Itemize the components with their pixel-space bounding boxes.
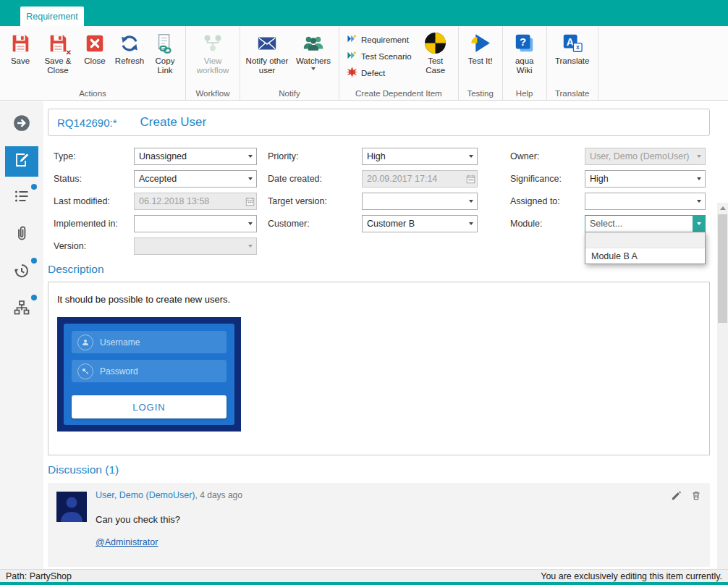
dropdown-arrow-icon xyxy=(465,148,477,164)
date-created-field[interactable]: 20.09.2017 17:14 xyxy=(362,170,478,188)
customer-dropdown[interactable]: Customer B xyxy=(362,215,478,232)
sidebar-traceability-tab[interactable] xyxy=(5,294,38,324)
priority-dropdown[interactable]: High xyxy=(362,148,478,165)
edit-comment-button[interactable] xyxy=(671,490,682,504)
test-it-label: Test It! xyxy=(468,56,493,66)
owner-dropdown[interactable]: User, Demo (DemoUser) xyxy=(585,148,706,165)
save-and-close-label: Save & Close xyxy=(39,56,77,75)
assigned-to-label: Assigned to: xyxy=(510,196,585,206)
create-test-scenario-label: Test Scenario xyxy=(361,52,412,61)
ribbon-group-help-label: Help xyxy=(503,88,546,100)
ribbon-group-workflow-label: Workflow xyxy=(186,88,240,100)
save-and-close-button[interactable]: ✕ Save & Close xyxy=(38,29,78,88)
svg-text:?: ? xyxy=(520,35,526,48)
svg-text:A: A xyxy=(566,35,573,47)
key-icon xyxy=(77,363,93,379)
significance-dropdown[interactable]: High xyxy=(585,170,706,188)
copy-link-button[interactable]: Copy Link xyxy=(148,29,182,88)
notify-other-user-label: Notify other user xyxy=(245,56,289,75)
comment-author-link[interactable]: User, Demo (DemoUser) xyxy=(96,490,195,500)
login-form-panel: Username Password LOGIN xyxy=(64,324,234,425)
refresh-label: Refresh xyxy=(115,56,144,66)
sidebar-attachments-tab[interactable] xyxy=(5,220,38,251)
dropdown-arrow-icon xyxy=(244,216,256,232)
sidebar-edit-item-tab[interactable] xyxy=(5,146,38,177)
sidebar-details-tab[interactable] xyxy=(5,183,38,214)
close-button[interactable]: Close xyxy=(78,29,111,88)
date-created-label: Date created: xyxy=(268,174,362,184)
user-icon xyxy=(77,334,93,350)
module-dropdown[interactable]: Select... xyxy=(585,215,706,232)
date-created-value: 20.09.2017 17:14 xyxy=(363,174,465,184)
target-version-dropdown[interactable] xyxy=(362,193,478,210)
comment-mention-link[interactable]: @Administrator xyxy=(96,537,158,547)
implemented-in-dropdown[interactable] xyxy=(134,215,257,232)
priority-label: Priority: xyxy=(268,151,362,161)
vertical-scrollbar[interactable] xyxy=(717,203,728,585)
password-field-image: Password xyxy=(72,360,227,382)
dropdown-arrow-icon xyxy=(465,216,477,232)
description-text: It should be possible to create new user… xyxy=(57,294,701,305)
create-test-case-button[interactable]: Test Case xyxy=(416,29,455,88)
edit-pencil-icon xyxy=(13,151,30,172)
create-test-scenario-button[interactable]: Test Scenario xyxy=(347,50,412,62)
customer-value: Customer B xyxy=(363,219,465,229)
translate-button[interactable]: Ax Translate xyxy=(550,29,595,88)
ribbon-group-translate: Ax Translate Translate xyxy=(547,26,598,100)
username-placeholder: Username xyxy=(100,337,140,348)
create-defect-button[interactable]: Defect xyxy=(347,67,412,79)
description-editor[interactable]: It should be possible to create new user… xyxy=(48,282,710,455)
type-dropdown[interactable]: Unassigned xyxy=(134,148,257,165)
status-label: Status: xyxy=(54,174,134,184)
tab-requirement[interactable]: Requirement xyxy=(20,7,84,26)
dropdown-arrow-icon xyxy=(244,171,256,187)
owner-value: User, Demo (DemoUser) xyxy=(585,151,693,161)
ribbon-group-workflow: View workflow Workflow xyxy=(186,26,240,100)
save-button[interactable]: Save xyxy=(3,29,38,88)
owner-label: Owner: xyxy=(510,151,585,161)
arrow-right-circle-icon xyxy=(12,114,31,135)
item-title-box[interactable]: RQ142690:* Create User xyxy=(48,109,710,136)
item-title: Create User xyxy=(140,115,207,130)
notification-dot xyxy=(31,184,37,190)
save-and-close-icon: ✕ xyxy=(47,31,69,55)
scroll-up-button[interactable] xyxy=(717,203,728,214)
delete-comment-button[interactable] xyxy=(691,490,701,504)
status-dropdown[interactable]: Accepted xyxy=(134,170,257,188)
type-value: Unassigned xyxy=(135,151,244,161)
close-badge-icon: ✕ xyxy=(66,49,72,56)
notification-dot xyxy=(31,258,37,264)
view-workflow-button[interactable]: View workflow xyxy=(189,29,237,88)
test-it-icon xyxy=(468,31,492,55)
module-option[interactable]: Module B A xyxy=(585,248,705,264)
paperclip-icon xyxy=(13,225,30,245)
assigned-to-dropdown[interactable] xyxy=(585,193,706,210)
refresh-icon xyxy=(119,31,140,55)
copy-link-icon xyxy=(154,31,176,55)
save-label: Save xyxy=(11,56,30,66)
app-window: Requirement Save ✕ Save & Close xyxy=(0,0,728,585)
dropdown-arrow-icon xyxy=(465,193,477,209)
create-requirement-button[interactable]: Requirement xyxy=(347,33,412,46)
scrollbar-thumb[interactable] xyxy=(718,214,727,323)
version-dropdown[interactable] xyxy=(134,237,257,255)
notification-dot xyxy=(31,295,37,300)
aqua-wiki-button[interactable]: ? aqua Wiki xyxy=(506,29,543,88)
module-option-empty[interactable] xyxy=(585,232,705,248)
ribbon-group-translate-label: Translate xyxy=(547,88,598,100)
item-id: RQ142690:* xyxy=(57,117,117,129)
sidebar-expand-button[interactable] xyxy=(5,109,38,140)
ribbon-group-testing: Test It! Testing xyxy=(459,26,503,100)
last-modified-field[interactable]: 06.12.2018 13:58 xyxy=(134,193,257,210)
ribbon-group-create-dependent-label: Create Dependent Item xyxy=(339,88,458,100)
password-placeholder: Password xyxy=(100,366,138,376)
ribbon-group-testing-label: Testing xyxy=(459,88,502,100)
status-path: Path: PartyShop xyxy=(6,571,72,581)
sidebar-history-tab[interactable] xyxy=(5,257,38,287)
refresh-button[interactable]: Refresh xyxy=(111,29,148,88)
watchers-button[interactable]: Watchers xyxy=(291,29,336,88)
significance-value: High xyxy=(585,174,693,184)
notify-other-user-button[interactable]: Notify other user xyxy=(243,29,291,88)
test-it-button[interactable]: Test It! xyxy=(462,29,499,88)
main-body: RQ142690:* Create User Type: Unassigned … xyxy=(0,101,728,569)
